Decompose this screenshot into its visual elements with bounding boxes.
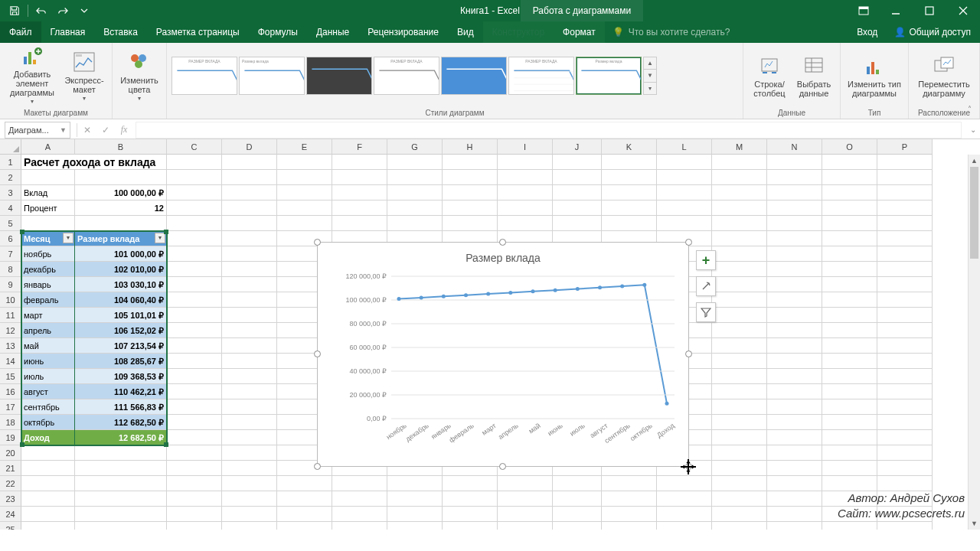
row-header[interactable]: 19 <box>0 430 21 445</box>
filter-button[interactable]: ▼ <box>63 233 74 243</box>
cell[interactable] <box>767 246 822 262</box>
cell[interactable] <box>877 201 933 216</box>
cell[interactable] <box>387 507 443 522</box>
cell[interactable] <box>712 277 767 292</box>
tab-view[interactable]: Вид <box>448 21 483 43</box>
chart-style-3[interactable] <box>306 57 372 95</box>
cell[interactable]: сентябрь <box>21 399 75 415</box>
column-header[interactable]: L <box>657 139 712 155</box>
cell[interactable] <box>767 461 822 476</box>
cell[interactable]: 12 <box>75 201 167 216</box>
cell[interactable] <box>332 170 387 185</box>
cell[interactable] <box>767 155 822 170</box>
cancel-formula-icon[interactable]: ✕ <box>79 122 96 138</box>
cell[interactable] <box>602 185 657 201</box>
cell[interactable] <box>822 308 877 323</box>
cell[interactable] <box>222 262 277 277</box>
formula-input[interactable] <box>136 122 962 139</box>
cell[interactable] <box>222 246 277 262</box>
cell[interactable]: 112 682,50 ₽ <box>75 415 167 430</box>
column-header[interactable]: D <box>222 139 277 155</box>
cell[interactable] <box>167 201 222 216</box>
cell[interactable] <box>277 507 332 522</box>
row-header[interactable]: 17 <box>0 399 21 415</box>
chart-style-5[interactable] <box>441 57 507 95</box>
cell[interactable] <box>222 430 277 445</box>
cell[interactable] <box>498 216 553 231</box>
cell[interactable]: 110 462,21 ₽ <box>75 384 167 399</box>
cell[interactable] <box>443 170 498 185</box>
chart-style-1[interactable]: РАЗМЕР ВКЛАДА <box>172 57 237 95</box>
cell[interactable] <box>21 507 75 522</box>
chart-style-6[interactable]: РАЗМЕР ВКЛАДА <box>508 57 574 95</box>
cell[interactable] <box>167 170 222 185</box>
cell[interactable] <box>767 308 822 323</box>
cell[interactable] <box>767 476 822 491</box>
cell[interactable]: Расчет дохода от вклада <box>21 155 167 170</box>
scroll-down-icon[interactable]: ▼ <box>969 517 980 530</box>
cell[interactable]: июнь <box>21 354 75 369</box>
row-header[interactable]: 23 <box>0 491 21 507</box>
cell[interactable] <box>553 476 602 491</box>
cell[interactable] <box>498 185 553 201</box>
row-header[interactable]: 7 <box>0 246 21 262</box>
cell[interactable]: 108 285,67 ₽ <box>75 354 167 369</box>
gallery-up-icon[interactable]: ▲ <box>644 57 656 70</box>
cell[interactable] <box>553 507 602 522</box>
cell[interactable] <box>222 445 277 461</box>
cell[interactable] <box>767 185 822 201</box>
cell[interactable] <box>822 292 877 308</box>
cell[interactable] <box>877 308 933 323</box>
cell[interactable]: январь <box>21 277 75 292</box>
cell[interactable] <box>167 491 222 507</box>
cell[interactable] <box>167 216 222 231</box>
cell[interactable] <box>222 384 277 399</box>
cell[interactable] <box>443 216 498 231</box>
cell[interactable] <box>332 522 387 530</box>
cell[interactable] <box>712 399 767 415</box>
cell[interactable] <box>167 231 222 246</box>
cell[interactable] <box>712 522 767 530</box>
cell[interactable] <box>167 369 222 384</box>
cell[interactable] <box>222 415 277 430</box>
column-header[interactable]: M <box>712 139 767 155</box>
cell[interactable] <box>712 323 767 338</box>
cell[interactable]: октябрь <box>21 415 75 430</box>
save-icon[interactable] <box>5 2 24 20</box>
cell[interactable] <box>277 201 332 216</box>
cell[interactable] <box>387 476 443 491</box>
cell[interactable] <box>602 201 657 216</box>
cell[interactable] <box>712 155 767 170</box>
row-header[interactable]: 11 <box>0 308 21 323</box>
cell[interactable] <box>498 170 553 185</box>
column-header[interactable]: P <box>877 139 933 155</box>
cell[interactable] <box>222 399 277 415</box>
column-header[interactable]: N <box>767 139 822 155</box>
cell[interactable] <box>767 399 822 415</box>
cell[interactable] <box>222 277 277 292</box>
cell[interactable] <box>332 476 387 491</box>
chart-styles-button[interactable] <box>696 276 716 296</box>
cell[interactable]: май <box>21 338 75 354</box>
cell[interactable] <box>277 155 332 170</box>
cell[interactable] <box>553 491 602 507</box>
column-header[interactable]: F <box>332 139 387 155</box>
tab-file[interactable]: Файл <box>0 21 41 43</box>
cell[interactable] <box>222 155 277 170</box>
move-chart-button[interactable]: Переместить диаграмму <box>913 46 975 106</box>
cell[interactable] <box>498 201 553 216</box>
cell[interactable] <box>75 491 167 507</box>
column-header[interactable]: A <box>21 139 75 155</box>
cell[interactable] <box>877 354 933 369</box>
cell[interactable] <box>387 155 443 170</box>
column-header[interactable]: B <box>75 139 167 155</box>
cell[interactable] <box>167 338 222 354</box>
cell[interactable]: Вклад <box>21 185 75 201</box>
row-header[interactable]: 24 <box>0 507 21 522</box>
cell[interactable] <box>767 216 822 231</box>
cell[interactable] <box>277 185 332 201</box>
cell[interactable] <box>167 155 222 170</box>
cell[interactable] <box>877 399 933 415</box>
expand-formula-bar-icon[interactable]: ⌄ <box>966 126 980 134</box>
cell[interactable] <box>767 292 822 308</box>
